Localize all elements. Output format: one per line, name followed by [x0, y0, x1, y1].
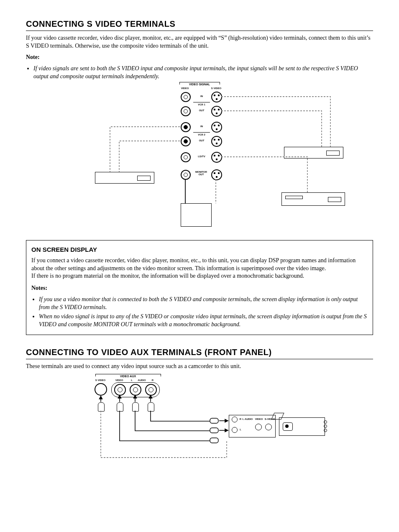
svideo-diagram: VIDEO SIGNAL VIDEO S VIDEO IN VCR 1 OUT … — [53, 82, 346, 233]
note-label: Note: — [26, 54, 40, 60]
osd-note-2: When no video signal is input to any of … — [39, 313, 368, 329]
svg-rect-5 — [210, 428, 218, 433]
camcorder-device-icon — [279, 417, 325, 436]
osd-notes-label: Notes: — [31, 285, 47, 291]
svideo-note: Note: — [26, 54, 373, 61]
cam-l-jack-icon — [232, 427, 238, 433]
osd-p2: If there is no program material on the m… — [31, 272, 368, 280]
cam-r-jack-icon — [232, 417, 238, 422]
svideo-note-item: If video signals are sent to both the S … — [33, 65, 373, 81]
osd-p1: If you connect a video cassette recorder… — [31, 257, 368, 273]
osd-note-2-text: When no video signal is input to any of … — [39, 313, 367, 327]
svg-rect-4 — [210, 418, 218, 423]
section-heading-svideo: CONNECTING S VIDEO TERMINALS — [26, 18, 373, 31]
cam-l-label: L — [238, 428, 243, 431]
cam-svideo-jack-icon — [265, 424, 272, 430]
osd-title: ON SCREEN DISPLAY — [31, 246, 368, 254]
svideo-intro: If your video cassette recorder, video d… — [26, 34, 373, 50]
osd-note-1-text: If you use a video monitor that is conne… — [39, 296, 358, 310]
cam-video-jack-icon — [255, 424, 262, 430]
osd-note-1: If you use a video monitor that is conne… — [39, 296, 368, 312]
videoaux-intro: These terminals are used to connect any … — [26, 363, 373, 371]
videoaux-diagram: VIDEO AUX S VIDEO VIDEO L AUDIO R — [89, 374, 323, 470]
svg-rect-6 — [210, 438, 218, 443]
diag1-wiring-svg — [53, 82, 346, 233]
osd-box: ON SCREEN DISPLAY If you connect a video… — [26, 240, 373, 335]
section-heading-videoaux: CONNECTING TO VIDEO AUX TERMINALS (FRONT… — [26, 347, 373, 359]
svideo-note-text: If video signals are sent to both the S … — [33, 65, 358, 79]
cam-video-label: VIDEO — [253, 417, 264, 421]
cam-laudio-label: L AUDIO — [242, 417, 253, 421]
camcorder-panel-icon: R L AUDIO VIDEO S-VIDEO L — [229, 415, 276, 437]
